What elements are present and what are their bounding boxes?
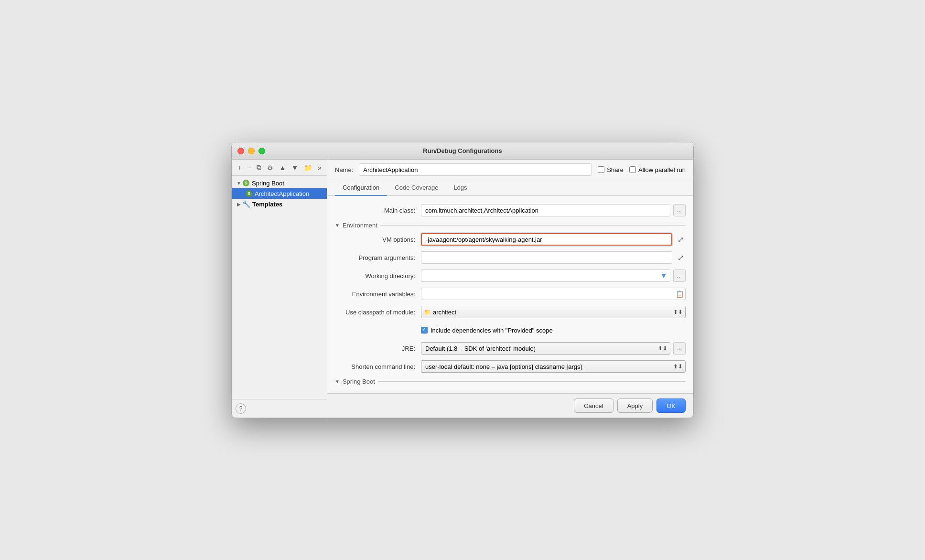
shorten-cmd-control: user-local default: none – java [options… [421,360,686,373]
architect-app-icon: S [245,190,253,197]
maximize-button[interactable] [258,148,265,154]
jre-browse-button[interactable]: ... [673,342,686,355]
sidebar: + − ⧉ ⚙ ▲ ▼ 📁 [232,160,327,418]
tab-configuration[interactable]: Configuration [335,180,387,196]
environment-label: Environment [343,222,377,229]
tab-code-coverage[interactable]: Code Coverage [387,180,446,196]
env-vars-label: Environment variables: [335,291,421,298]
vm-options-label: VM options: [335,236,421,243]
traffic-lights [237,148,265,154]
share-label: Share [607,166,624,173]
vm-options-expand-button[interactable]: ⤢ [675,234,686,245]
sidebar-item-spring-boot-group[interactable]: ▼ S Spring Boot [232,178,327,188]
name-bar: Name: Share Allow parallel run [327,160,693,180]
name-label: Name: [335,166,353,173]
config-content: Main class: ... ▼ Environment VM options… [327,196,693,393]
parallel-checkbox[interactable] [629,166,636,173]
sidebar-bottom: ? [232,399,327,418]
share-group: Share [598,166,624,173]
spring-boot-label: Spring Boot [252,180,323,187]
working-dir-input[interactable] [421,269,670,282]
wrench-icon: 🔧 [242,200,250,208]
env-vars-browse-button[interactable]: 📋 [676,291,684,297]
env-vars-row: Environment variables: 📋 [335,287,686,301]
environment-section-header: ▼ Environment [335,222,686,229]
env-vars-input[interactable] [421,288,686,300]
more-button[interactable]: » [316,163,323,172]
environment-toggle[interactable]: ▼ [335,223,340,228]
jre-select[interactable]: Default (1.8 – SDK of 'architect' module… [421,342,670,355]
help-button[interactable]: ? [236,403,246,414]
shorten-cmd-label: Shorten command line: [335,363,421,370]
environment-divider [380,225,686,226]
config-tree: ▼ S Spring Boot S ArchitectApplication ▶ [232,176,327,399]
classpath-control: architect 📁 ⬆⬇ [421,306,686,318]
close-button[interactable] [237,148,244,154]
classpath-select-wrapper: architect 📁 ⬆⬇ [421,306,686,318]
spring-boot-checkboxes: Enable debug output Hide banner Enable l… [335,389,686,393]
shorten-cmd-select[interactable]: user-local default: none – java [options… [421,360,686,373]
name-right-controls: Share Allow parallel run [598,166,686,173]
minimize-button[interactable] [248,148,255,154]
program-args-input[interactable] [421,251,672,264]
spring-boot-toggle[interactable]: ▼ [335,379,340,384]
env-vars-input-wrap: 📋 [421,288,686,300]
shorten-cmd-select-wrapper: user-local default: none – java [options… [421,360,686,373]
sidebar-toolbar: + − ⧉ ⚙ ▲ ▼ 📁 [232,160,327,176]
tab-logs[interactable]: Logs [446,180,474,196]
tree-toggle-icon: ▼ [236,180,242,186]
vm-options-control: ⤢ [421,233,686,246]
working-dir-select-wrapper: ▼ [421,269,670,282]
add-config-button[interactable]: + [236,163,243,172]
title-bar: Run/Debug Configurations [232,142,693,160]
spring-boot-divider [378,381,686,382]
settings-button[interactable]: ⚙ [265,163,275,172]
vm-options-input[interactable] [421,233,672,246]
classpath-label: Use classpath of module: [335,309,421,316]
include-deps-control: Include dependencies with "Provided" sco… [421,327,686,334]
move-down-button[interactable]: ▼ [290,163,300,172]
program-args-label: Program arguments: [335,254,421,261]
main-class-browse-button[interactable]: ... [673,204,686,216]
remove-config-button[interactable]: − [245,163,253,172]
program-args-control: ⤢ [421,251,686,264]
main-layout: + − ⧉ ⚙ ▲ ▼ 📁 [232,160,693,418]
working-dir-browse-button[interactable]: ... [673,269,686,282]
classpath-row: Use classpath of module: architect 📁 ⬆⬇ [335,305,686,319]
program-args-row: Program arguments: ⤢ [335,251,686,264]
sidebar-item-templates[interactable]: ▶ 🔧 Templates [232,199,327,209]
main-class-input[interactable] [421,204,670,216]
jre-control: Default (1.8 – SDK of 'architect' module… [421,342,686,355]
vm-options-row: VM options: ⤢ [335,233,686,246]
main-class-control: ... [421,204,686,216]
classpath-select[interactable]: architect [421,306,686,318]
spring-boot-section-header: ▼ Spring Boot [335,378,686,385]
spring-boot-section-label: Spring Boot [343,378,375,385]
ok-button[interactable]: OK [656,398,686,413]
architect-app-label: ArchitectApplication [255,190,323,197]
sidebar-item-architect-app[interactable]: S ArchitectApplication [232,188,327,199]
jre-row: JRE: Default (1.8 – SDK of 'architect' m… [335,342,686,355]
working-dir-control: ▼ ... [421,269,686,282]
share-checkbox[interactable] [598,166,604,173]
main-class-label: Main class: [335,207,421,214]
templates-toggle-icon: ▶ [236,201,242,207]
move-up-button[interactable]: ▲ [277,163,288,172]
program-args-expand-button[interactable]: ⤢ [675,252,686,263]
name-input[interactable] [359,163,592,176]
main-window: Run/Debug Configurations + − ⧉ ⚙ ▲ [231,142,694,418]
templates-label: Templates [252,201,323,208]
folder-button[interactable]: 📁 [302,163,314,172]
env-vars-control: 📋 [421,288,686,300]
working-dir-row: Working directory: ▼ ... [335,269,686,282]
jre-label: JRE: [335,345,421,352]
content-area: Name: Share Allow parallel run Configura… [327,160,693,418]
apply-button[interactable]: Apply [617,398,653,413]
tabs-bar: Configuration Code Coverage Logs [327,180,693,196]
copy-config-button[interactable]: ⧉ [255,162,263,172]
cancel-button[interactable]: Cancel [574,398,613,413]
include-deps-label: Include dependencies with "Provided" sco… [430,327,553,334]
working-dir-label: Working directory: [335,272,421,280]
parallel-group: Allow parallel run [629,166,686,173]
include-deps-checkbox[interactable] [421,327,428,334]
